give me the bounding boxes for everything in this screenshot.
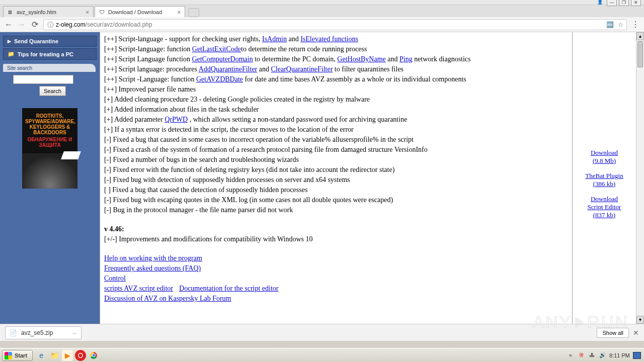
scroll-up-icon[interactable]: ▴: [636, 32, 644, 40]
book-subtitle: ОБНАРУЖЕНИЕ И ЗАЩИТА: [25, 137, 74, 148]
new-tab-button[interactable]: [188, 8, 199, 17]
changelog-line: [+] If a syntax error is detected in the…: [104, 125, 568, 135]
download-size[interactable]: (9.8 Mb): [575, 157, 634, 165]
tab-avz-sysinfo[interactable]: 🗎 avz_sysinfo.htm ×: [3, 6, 94, 17]
back-button[interactable]: ←: [4, 20, 13, 29]
footer-link[interactable]: Control: [104, 274, 126, 284]
tray-volume-icon[interactable]: 🔊: [599, 352, 606, 359]
close-window-button[interactable]: ✕: [631, 0, 641, 6]
download-link[interactable]: Download: [575, 149, 634, 157]
close-shelf-icon[interactable]: ✕: [633, 329, 639, 337]
book-line: ROOTKITS,: [36, 113, 63, 119]
footer-link[interactable]: Documentation for the script editor: [179, 284, 279, 294]
scroll-thumb[interactable]: [637, 41, 643, 67]
script-editor-link2[interactable]: Script Editor: [575, 203, 634, 211]
vertical-scrollbar[interactable]: ▴ ▾: [636, 32, 644, 324]
main-content: [++] Script-language - support for check…: [100, 32, 573, 324]
ie-icon[interactable]: e: [36, 350, 47, 361]
changelog-line: [+] Added information about files in the…: [104, 105, 568, 115]
close-tab-icon[interactable]: ×: [86, 9, 89, 15]
thebat-plugin-link[interactable]: TheBat Plugin: [575, 172, 634, 180]
show-desktop-icon[interactable]: [633, 352, 641, 359]
inline-link[interactable]: GetComputerDomain: [192, 55, 253, 63]
fingerprint-graphic: [22, 153, 77, 189]
tray-network-icon[interactable]: 🖧: [589, 352, 596, 359]
chevron-up-icon[interactable]: ︿: [72, 329, 77, 336]
book-cover-image[interactable]: ROOTKITS,SPYWARE/ADWARE,KEYLOGGERS &BACK…: [22, 108, 77, 189]
bottom-links: Help on working with the program Frequen…: [104, 253, 568, 304]
changelog-line: [-] Fixed a crash of the system of forma…: [104, 145, 568, 155]
footer-link[interactable]: scripts AVZ script editor: [104, 284, 173, 294]
site-search-box: Site search Search: [3, 64, 97, 96]
book-line: SPYWARE/ADWARE,: [25, 119, 75, 124]
changelog-line: [+] Added parameter QrPWD , which allows…: [104, 115, 568, 125]
inline-link[interactable]: GetLastExitCode: [192, 45, 241, 53]
bookmark-star-icon[interactable]: ☆: [618, 21, 623, 28]
minimize-button[interactable]: —: [607, 0, 617, 6]
tray-expand-icon[interactable]: «: [569, 352, 576, 359]
scroll-down-icon[interactable]: ▾: [636, 316, 644, 324]
footer-link[interactable]: Discussion of AVZ on Kaspersky Lab Forum: [104, 294, 231, 304]
changelog-line: [-] Fixed a bug that caused in some case…: [104, 135, 568, 145]
translate-icon[interactable]: 🔤: [606, 21, 614, 28]
inline-link[interactable]: QrPWD: [165, 116, 188, 123]
folder-icon: 📁: [8, 51, 15, 57]
download-item[interactable]: 📄 avz_se5.zip ︿: [5, 326, 82, 339]
script-editor-size[interactable]: (837 kb): [575, 211, 634, 219]
tab-title: Download / Download: [108, 9, 162, 15]
site-search-label: Site search: [3, 64, 96, 72]
changelog-line: [-] Fixed error with the function of del…: [104, 165, 568, 175]
forward-button[interactable]: →: [17, 20, 26, 29]
opera-icon[interactable]: O: [75, 350, 86, 361]
changelog-line: [++] Script -Language: function GetAVZDB…: [104, 74, 568, 84]
tab-title: avz_sysinfo.htm: [17, 9, 56, 15]
tips-button[interactable]: 📁Tips for treating a PC: [3, 48, 97, 60]
thebat-size[interactable]: (386 kb): [575, 180, 634, 188]
changelog-line: [++] Script language: procedures AddQuar…: [104, 64, 568, 74]
download-shelf: 📄 avz_se5.zip ︿ Show all ✕: [0, 324, 644, 341]
inline-link[interactable]: IsElevated functions: [300, 35, 358, 43]
script-editor-link[interactable]: Download: [575, 195, 634, 203]
windows-taskbar: Start e 📁 ▶ O « ⛨ 🖧 🔊 8:11 PM: [0, 348, 644, 362]
right-column: Download(9.8 Mb) TheBat Plugin(386 kb) D…: [573, 32, 636, 324]
inline-link[interactable]: GetHostByName: [337, 55, 385, 63]
page-body: ▶Send Quarantine 📁Tips for treating a PC…: [0, 32, 644, 324]
tray-shield-icon[interactable]: ⛨: [579, 352, 586, 359]
reload-button[interactable]: ⟳: [30, 20, 39, 29]
changelog-line: [-] Fixed a number of bugs in the search…: [104, 155, 568, 165]
media-player-icon[interactable]: ▶: [62, 350, 73, 361]
menu-icon[interactable]: ⋮: [631, 20, 640, 29]
maximize-button[interactable]: ❐: [619, 0, 629, 6]
sidebar-label: Send Quarantine: [14, 38, 58, 44]
browser-tabbar: 🗎 avz_sysinfo.htm × 🛡 Download / Downloa…: [0, 5, 644, 17]
show-all-downloads-button[interactable]: Show all: [597, 328, 629, 338]
changelog-line: [++] Script Language function GetCompute…: [104, 54, 568, 64]
inline-link[interactable]: ClearQuarantineFilter: [271, 65, 333, 73]
inline-link[interactable]: Ping: [399, 55, 413, 63]
version-header: v 4.46:: [104, 224, 568, 234]
close-tab-icon[interactable]: ×: [178, 9, 181, 15]
start-button[interactable]: Start: [2, 350, 33, 361]
footer-link[interactable]: Help on working with the program: [104, 253, 202, 263]
url-path: /secur/avz/download.php: [86, 21, 152, 28]
send-quarantine-button[interactable]: ▶Send Quarantine: [3, 36, 97, 47]
user-icon[interactable]: 👤: [595, 0, 605, 6]
site-info-icon[interactable]: ⓘ: [47, 21, 54, 28]
address-bar[interactable]: ⓘ z-oleg.com/secur/avz/download.php 🔤 ☆: [43, 19, 627, 30]
changelog-line: [++] Script-language: function GetLastEx…: [104, 44, 568, 54]
left-sidebar: ▶Send Quarantine 📁Tips for treating a PC…: [0, 32, 100, 324]
tray-clock[interactable]: 8:11 PM: [609, 352, 630, 358]
search-input[interactable]: [13, 75, 73, 84]
avz-icon: 🛡: [99, 9, 105, 15]
changelog-line: [-] Bug in the protocol manager - the fi…: [104, 205, 568, 215]
chrome-icon[interactable]: [88, 350, 99, 361]
inline-link[interactable]: AddQuarantineFilter: [199, 65, 258, 73]
search-button[interactable]: Search: [39, 86, 66, 96]
inline-link[interactable]: IsAdmin: [262, 35, 287, 43]
explorer-icon[interactable]: 📁: [49, 350, 60, 361]
tab-download[interactable]: 🛡 Download / Download ×: [95, 6, 185, 17]
footer-link[interactable]: Frequently asked questions (FAQ): [104, 263, 201, 274]
inline-link[interactable]: GetAVZDBDate: [196, 75, 243, 83]
book-line: BACKDOORS: [33, 130, 66, 135]
zip-icon: 📄: [10, 329, 17, 336]
